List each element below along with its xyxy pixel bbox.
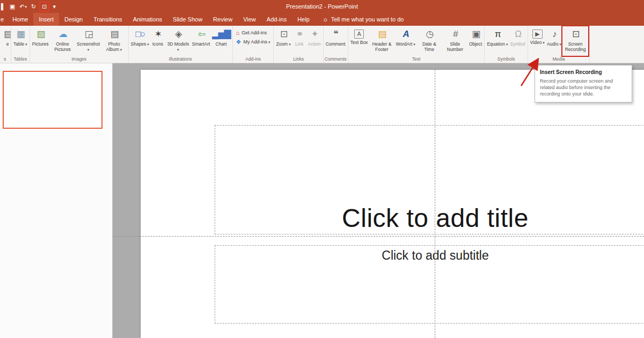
group-buttons: πEquation ▾ΩSymbol xyxy=(486,26,526,56)
customize-quick-access-toolbar-icon[interactable]: ▾ xyxy=(53,4,56,10)
tab-home[interactable]: Home xyxy=(7,13,33,26)
chart-icon: ▂▅▇ xyxy=(212,27,230,40)
table-button[interactable]: ▦Table ▾ xyxy=(12,26,28,56)
pictures-button[interactable]: ▧Pictures xyxy=(31,26,50,56)
slide-editing-area: Click to add title Click to add subtitle xyxy=(113,63,644,338)
button-label: Link xyxy=(295,41,304,47)
symbol-button[interactable]: ΩSymbol xyxy=(509,26,526,56)
icons-button[interactable]: ✶Icons xyxy=(150,26,165,56)
table-icon: ▦ xyxy=(17,27,24,40)
dropdown-arrow-icon: ▾ xyxy=(288,42,290,46)
tab-animations[interactable]: Animations xyxy=(128,13,167,26)
button-label: Video ▾ xyxy=(530,40,545,45)
dropdown-arrow-icon: ▾ xyxy=(541,41,544,45)
tab-view[interactable]: View xyxy=(238,13,261,26)
dropdown-arrow-icon: ▾ xyxy=(412,42,415,46)
slide-canvas[interactable]: Click to add title Click to add subtitle xyxy=(141,70,644,338)
tab-add-ins[interactable]: Add-ins xyxy=(261,13,292,26)
audio-button[interactable]: ♪Audio ▾ xyxy=(546,26,562,56)
text-box-button[interactable]: AText Box xyxy=(349,26,369,56)
app-icon-partial[interactable]: ▌ xyxy=(1,4,5,10)
comment-button[interactable]: ❝Comment xyxy=(325,26,347,56)
button-label: Slide Number xyxy=(443,41,467,52)
button-label: Photo Album ▾ xyxy=(103,41,126,52)
photo-album-icon: ▤ xyxy=(110,27,118,40)
button-label: Screen Recording xyxy=(564,41,587,52)
group-buttons: ▧Pictures☁Online Pictures◲Screenshot ▾▤P… xyxy=(31,26,127,56)
ribbon: ▤es▦Table ▾Tables▧Pictures☁Online Pictur… xyxy=(0,26,644,63)
tab-help[interactable]: Help xyxy=(292,13,315,26)
slide-thumbnail-1[interactable] xyxy=(3,71,103,129)
button-label: Equation ▾ xyxy=(487,41,508,47)
object-icon: ▣ xyxy=(472,27,479,40)
photo-album-button[interactable]: ▤Photo Album ▾ xyxy=(101,26,127,56)
group-label: s xyxy=(0,56,10,63)
ribbon-group-illustrations: □○Shapes ▾✶Icons◈3D Models ▾⇦SmartArt▂▅▇… xyxy=(129,26,233,63)
title-placeholder-text: Click to add title xyxy=(342,203,529,233)
button-label: Table ▾ xyxy=(13,41,27,47)
ribbon-group-links: ⊡Zoom ▾⚭Link✦ActionLinks xyxy=(274,26,323,63)
wordart-button[interactable]: AWordArt ▾ xyxy=(394,26,416,56)
group-buttons: ▦Table ▾ xyxy=(12,26,28,56)
new-slide-button-partial[interactable]: ▤e xyxy=(0,26,11,56)
button-label: WordArt ▾ xyxy=(396,41,415,47)
tab-design[interactable]: Design xyxy=(59,13,88,26)
dropdown-arrow-icon: ▾ xyxy=(177,48,179,52)
horizontal-guide xyxy=(113,236,644,237)
dropdown-arrow-icon: ▾ xyxy=(87,48,90,52)
tab-transitions[interactable]: Transitions xyxy=(88,13,127,26)
tell-me-label: Tell me what you want to do xyxy=(331,16,404,23)
audio-icon: ♪ xyxy=(552,27,556,40)
smartart-button[interactable]: ⇦SmartArt xyxy=(191,26,211,56)
link-button[interactable]: ⚭Link xyxy=(292,26,307,56)
header-footer-button[interactable]: ▤Header & Footer xyxy=(369,26,394,56)
smartart-icon: ⇦ xyxy=(197,27,204,40)
undo-icon[interactable]: ↶▾ xyxy=(19,4,27,10)
dropdown-arrow-icon: ▾ xyxy=(119,48,122,52)
button-label: Shapes ▾ xyxy=(131,41,149,47)
video-button[interactable]: ▶Video ▾ xyxy=(529,26,546,56)
chart-button[interactable]: ▂▅▇Chart xyxy=(211,26,231,56)
tooltip-body: Record your computer screen and related … xyxy=(540,78,627,97)
button-label: Action xyxy=(308,41,321,47)
subtitle-placeholder[interactable]: Click to add subtitle xyxy=(215,245,644,324)
equation-button[interactable]: πEquation ▾ xyxy=(486,26,509,56)
button-label: 3D Models ▾ xyxy=(166,41,190,53)
my-add-ins-button[interactable]: ❖My Add-ins ▾ xyxy=(234,39,273,46)
button-label: Symbol xyxy=(510,41,525,47)
save-icon[interactable]: ▣ xyxy=(10,4,15,10)
group-label: Tables xyxy=(12,56,28,63)
action-icon: ✦ xyxy=(311,27,318,40)
redo-icon[interactable]: ↻ xyxy=(31,4,36,10)
slide-number-button[interactable]: #Slide Number xyxy=(442,26,468,56)
shapes-button[interactable]: □○Shapes ▾ xyxy=(130,26,150,56)
window-title: Presentation2 - PowerPoint xyxy=(0,0,644,13)
dropdown-arrow-icon: ▾ xyxy=(146,42,149,46)
tab-file-fragment[interactable]: e xyxy=(0,13,7,26)
title-placeholder[interactable]: Click to add title xyxy=(215,125,644,234)
group-buttons: ▤e xyxy=(0,26,10,56)
screen-recording-icon: ⊡ xyxy=(572,27,579,40)
online-pictures-button[interactable]: ☁Online Pictures xyxy=(50,26,76,56)
date-time-button[interactable]: ◷Date & Time xyxy=(416,26,442,56)
wordart-icon: A xyxy=(402,27,408,40)
screen-recording-button[interactable]: ⊡Screen Recording xyxy=(562,26,588,56)
action-button[interactable]: ✦Action xyxy=(307,26,322,56)
tell-me-box[interactable]: ☼ Tell me what you want to do xyxy=(323,13,404,26)
zoom-button[interactable]: ⊡Zoom ▾ xyxy=(275,26,291,56)
button-label: Zoom ▾ xyxy=(276,41,290,47)
tab-slide-show[interactable]: Slide Show xyxy=(167,13,208,26)
button-label: Object xyxy=(469,41,482,47)
button-label: SmartArt xyxy=(192,41,210,47)
ribbon-group-add-ins: ⌂Get Add-ins❖My Add-ins ▾Add-ins xyxy=(233,26,274,63)
tab-insert[interactable]: Insert xyxy=(33,13,59,26)
object-button[interactable]: ▣Object xyxy=(468,26,484,56)
screenshot-button[interactable]: ◲Screenshot ▾ xyxy=(76,26,101,56)
group-label: Text xyxy=(349,56,484,63)
ribbon-group-text: AText Box▤Header & FooterAWordArt ▾◷Date… xyxy=(348,26,485,63)
screen-recording-qat-icon[interactable]: ⊡ xyxy=(40,3,48,11)
group-buttons: ▶Video ▾♪Audio ▾⊡Screen Recording xyxy=(529,26,588,56)
tab-review[interactable]: Review xyxy=(208,13,238,26)
3d-models-button[interactable]: ◈3D Models ▾ xyxy=(165,26,191,56)
get-add-ins-button[interactable]: ⌂Get Add-ins xyxy=(234,30,273,36)
